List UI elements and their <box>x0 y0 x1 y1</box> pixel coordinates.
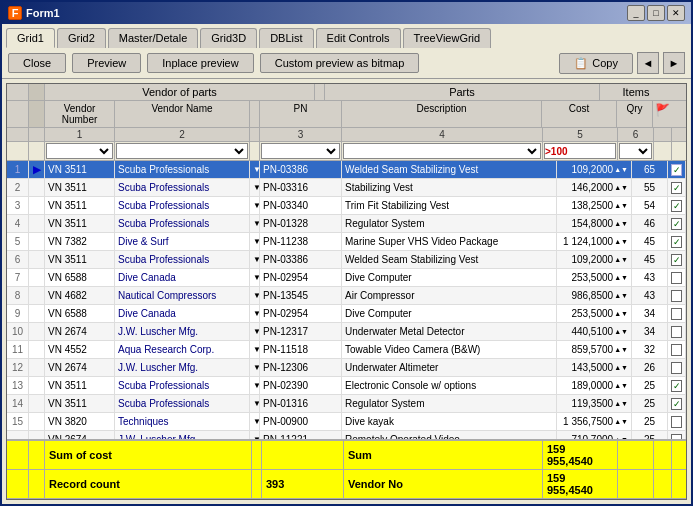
cost-spinner-down[interactable]: ▼ <box>621 400 628 407</box>
cost-spinner-down[interactable]: ▼ <box>621 382 628 389</box>
description-header[interactable]: Description <box>342 101 542 127</box>
flag-checkbox[interactable] <box>671 254 682 266</box>
cell-flag[interactable] <box>668 305 686 322</box>
cell-flag[interactable] <box>668 161 686 178</box>
table-row[interactable]: 14 VN 3511 Scuba Professionals ▼ PN-0131… <box>7 395 686 413</box>
flag-checkbox[interactable] <box>671 344 682 356</box>
cell-flag[interactable] <box>668 359 686 376</box>
pn-dropdown-icon[interactable]: ▼ <box>253 291 260 300</box>
table-row[interactable]: 7 VN 6588 Dive Canada ▼ PN-02954 Dive Co… <box>7 269 686 287</box>
table-row[interactable]: 11 VN 4552 Aqua Research Corp. ▼ PN-1151… <box>7 341 686 359</box>
pn-dropdown-icon[interactable]: ▼ <box>253 327 260 336</box>
pn-dropdown-icon[interactable]: ▼ <box>253 219 260 228</box>
close-window-button[interactable]: ✕ <box>667 5 685 21</box>
cell-flag[interactable] <box>668 233 686 250</box>
cost-header[interactable]: Cost <box>542 101 617 127</box>
flag-checkbox[interactable] <box>671 218 682 230</box>
pn-dropdown-icon[interactable]: ▼ <box>253 201 260 210</box>
tab-treeviewgrid[interactable]: TreeViewGrid <box>403 28 492 48</box>
tab-grid1[interactable]: Grid1 <box>6 28 55 48</box>
pn-dropdown-icon[interactable]: ▼ <box>253 399 260 408</box>
cost-spinner-up[interactable]: ▲ <box>614 274 621 281</box>
cost-spinner-down[interactable]: ▼ <box>621 418 628 425</box>
cost-spinner-up[interactable]: ▲ <box>614 346 621 353</box>
table-row[interactable]: 15 VN 3820 Techniques ▼ PN-00900 Dive ka… <box>7 413 686 431</box>
tab-edit-controls[interactable]: Edit Controls <box>316 28 401 48</box>
cost-spinner-up[interactable]: ▲ <box>614 292 621 299</box>
cell-flag[interactable] <box>668 413 686 430</box>
table-row[interactable]: 3 VN 3511 Scuba Professionals ▼ PN-03340… <box>7 197 686 215</box>
flag-checkbox[interactable] <box>671 164 682 176</box>
vendor-number-header[interactable]: Vendor Number <box>45 101 115 127</box>
tab-master-detale[interactable]: Master/Detale <box>108 28 198 48</box>
cost-spinner-up[interactable]: ▲ <box>614 382 621 389</box>
flag-checkbox[interactable] <box>671 290 682 302</box>
cost-spinner-down[interactable]: ▼ <box>621 310 628 317</box>
copy-button[interactable]: 📋 Copy <box>559 53 633 74</box>
vendor-name-header[interactable]: Vendor Name <box>115 101 250 127</box>
custom-preview-button[interactable]: Custom preview as bitmap <box>260 53 420 73</box>
pn-dropdown-icon[interactable]: ▼ <box>253 255 260 264</box>
minimize-button[interactable]: _ <box>627 5 645 21</box>
cost-spinner-up[interactable]: ▲ <box>614 220 621 227</box>
table-row[interactable]: 9 VN 6588 Dive Canada ▼ PN-02954 Dive Co… <box>7 305 686 323</box>
pn-dropdown-icon[interactable]: ▼ <box>253 165 260 174</box>
cost-spinner-up[interactable]: ▲ <box>614 202 621 209</box>
filter-pn-select[interactable] <box>261 143 340 159</box>
cost-spinner-up[interactable]: ▲ <box>614 256 621 263</box>
table-row[interactable]: 13 VN 3511 Scuba Professionals ▼ PN-0239… <box>7 377 686 395</box>
filter-desc-select[interactable] <box>343 143 541 159</box>
table-row[interactable]: 6 VN 3511 Scuba Professionals ▼ PN-03386… <box>7 251 686 269</box>
pn-dropdown-icon[interactable]: ▼ <box>253 183 260 192</box>
cell-flag[interactable] <box>668 287 686 304</box>
tab-dblist[interactable]: DBList <box>259 28 313 48</box>
pn-dropdown-icon[interactable]: ▼ <box>253 381 260 390</box>
flag-checkbox[interactable] <box>671 398 682 410</box>
back-button[interactable]: ◄ <box>637 52 659 74</box>
cell-flag[interactable] <box>668 215 686 232</box>
cell-flag[interactable] <box>668 179 686 196</box>
cost-spinner-down[interactable]: ▼ <box>621 364 628 371</box>
cost-spinner-down[interactable]: ▼ <box>621 292 628 299</box>
forward-button[interactable]: ► <box>663 52 685 74</box>
cell-flag[interactable] <box>668 395 686 412</box>
maximize-button[interactable]: □ <box>647 5 665 21</box>
pn-dropdown-icon[interactable]: ▼ <box>253 273 260 282</box>
cost-spinner-down[interactable]: ▼ <box>621 166 628 173</box>
table-row[interactable]: VN 2674 J.W. Luscher Mfg. ▼ PN-11221 Rem… <box>7 431 686 439</box>
filter-vnum-select[interactable] <box>46 143 113 159</box>
filter-cost-input[interactable] <box>544 143 616 159</box>
cost-spinner-up[interactable]: ▲ <box>614 364 621 371</box>
tab-grid2[interactable]: Grid2 <box>57 28 106 48</box>
table-row[interactable]: 5 VN 7382 Dive & Surf ▼ PN-11238 Marine … <box>7 233 686 251</box>
cost-spinner-up[interactable]: ▲ <box>614 166 621 173</box>
filter-vname-select[interactable] <box>116 143 248 159</box>
cost-spinner-down[interactable]: ▼ <box>621 202 628 209</box>
table-row[interactable]: 1 ▶ VN 3511 Scuba Professionals ▼ PN-033… <box>7 161 686 179</box>
pn-dropdown-icon[interactable]: ▼ <box>253 345 260 354</box>
pn-header[interactable]: PN <box>260 101 342 127</box>
cost-spinner-down[interactable]: ▼ <box>621 220 628 227</box>
cell-flag[interactable] <box>668 323 686 340</box>
preview-button[interactable]: Preview <box>72 53 141 73</box>
flag-checkbox[interactable] <box>671 380 682 392</box>
cost-spinner-down[interactable]: ▼ <box>621 238 628 245</box>
cost-spinner-up[interactable]: ▲ <box>614 400 621 407</box>
cell-flag[interactable] <box>668 377 686 394</box>
pn-dropdown-icon[interactable]: ▼ <box>253 237 260 246</box>
inplace-preview-button[interactable]: Inplace preview <box>147 53 253 73</box>
table-row[interactable]: 12 VN 2674 J.W. Luscher Mfg. ▼ PN-12306 … <box>7 359 686 377</box>
cost-spinner-down[interactable]: ▼ <box>621 256 628 263</box>
table-row[interactable]: 8 VN 4682 Nautical Compressors ▼ PN-1354… <box>7 287 686 305</box>
flag-checkbox[interactable] <box>671 326 682 338</box>
qry-header[interactable]: Qry <box>617 101 653 127</box>
cell-flag[interactable] <box>668 341 686 358</box>
tab-grid3d[interactable]: Grid3D <box>200 28 257 48</box>
table-row[interactable]: 4 VN 3511 Scuba Professionals ▼ PN-01328… <box>7 215 686 233</box>
flag-checkbox[interactable] <box>671 236 682 248</box>
flag-checkbox[interactable] <box>671 182 682 194</box>
cost-spinner-up[interactable]: ▲ <box>614 328 621 335</box>
flag-checkbox[interactable] <box>671 416 682 428</box>
cost-spinner-up[interactable]: ▲ <box>614 418 621 425</box>
close-button[interactable]: Close <box>8 53 66 73</box>
